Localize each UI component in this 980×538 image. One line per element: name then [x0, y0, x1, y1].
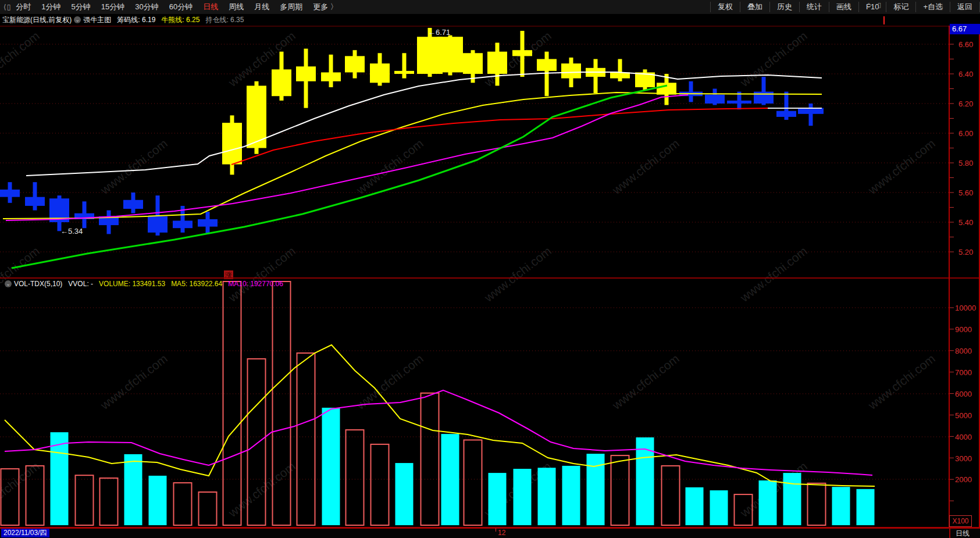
volume-bar[interactable] — [514, 469, 532, 525]
candle[interactable] — [727, 101, 751, 104]
volume-bar[interactable] — [371, 444, 389, 525]
window-controls-icon[interactable]: ⟨▯ — [0, 3, 16, 11]
volume-bar[interactable] — [223, 282, 241, 525]
volume-bar[interactable] — [297, 353, 315, 525]
red-ma — [231, 108, 768, 165]
tab-period-更多 〉[interactable]: 更多 〉 — [313, 2, 338, 12]
menu-item-标记[interactable]: 标记 — [886, 2, 915, 12]
volume-axis-label: 5000 — [955, 411, 972, 420]
tab-period-月线[interactable]: 月线 — [254, 2, 269, 12]
candle[interactable] — [0, 190, 20, 197]
volume-bar[interactable] — [76, 475, 94, 525]
volume-bar[interactable] — [686, 487, 704, 525]
candle[interactable] — [798, 108, 824, 114]
price-axis-label: 6.00 — [958, 129, 973, 138]
candle[interactable] — [173, 220, 193, 228]
volume-indicator-name[interactable]: VOL-TDX(5,10) — [14, 280, 62, 288]
tab-period-5分钟[interactable]: 5分钟 — [72, 2, 91, 12]
panel-layout-icons[interactable]: ◇ ▯ — [866, 1, 883, 9]
volume-bar[interactable] — [783, 473, 801, 525]
volume-bar[interactable] — [710, 490, 728, 525]
field-MA5: MA5: 163922.64 — [171, 280, 222, 288]
input-caret — [883, 16, 885, 24]
candle[interactable] — [487, 52, 507, 74]
tab-period-多周期[interactable]: 多周期 — [280, 2, 302, 12]
volume-bar[interactable] — [421, 393, 439, 525]
volume-bar[interactable] — [489, 473, 507, 525]
menu-item-复权[interactable]: 复权 — [710, 2, 740, 12]
volume-bar[interactable] — [273, 282, 291, 525]
volume-bar[interactable] — [857, 489, 875, 525]
tab-period-日线[interactable]: 日线 — [203, 2, 218, 12]
axis-separator — [949, 528, 950, 538]
volume-bar[interactable] — [538, 468, 556, 525]
candle[interactable] — [222, 123, 242, 164]
volume-bar[interactable] — [395, 463, 414, 525]
candle[interactable] — [776, 111, 796, 117]
volume-bar[interactable] — [759, 480, 777, 525]
price-axis-label: 5.20 — [958, 248, 973, 256]
volume-bar[interactable] — [808, 483, 826, 525]
candle[interactable] — [705, 95, 725, 104]
candle[interactable] — [148, 216, 168, 233]
volume-bar[interactable] — [149, 476, 167, 525]
date-axis-bar[interactable] — [0, 528, 980, 538]
candle[interactable] — [657, 83, 676, 94]
candle[interactable] — [537, 59, 557, 71]
candle[interactable] — [198, 219, 218, 227]
watermark: www.cfchi.com — [0, 244, 42, 305]
volume-bar[interactable] — [124, 454, 142, 525]
candle[interactable] — [345, 56, 365, 72]
candle[interactable] — [321, 72, 341, 81]
chevron-down-icon[interactable]: ⌄ — [74, 16, 81, 23]
watermark: www.cfchi.com — [226, 459, 298, 520]
candle[interactable] — [394, 71, 414, 74]
menu-item-统计[interactable]: 统计 — [799, 2, 829, 12]
watermark: www.cfchi.com — [865, 137, 938, 197]
volume-bar[interactable] — [441, 434, 459, 525]
price-axis-label: 5.60 — [958, 188, 973, 197]
volume-bar[interactable] — [346, 430, 364, 525]
chart-canvas[interactable]: www.cfchi.comwww.cfchi.comwww.cfchi.comw… — [0, 26, 980, 528]
volume-bar[interactable] — [832, 487, 850, 525]
candle[interactable] — [437, 37, 463, 72]
volume-bar[interactable] — [100, 478, 118, 525]
menu-item-叠加[interactable]: 叠加 — [740, 2, 769, 12]
candle[interactable] — [25, 197, 45, 206]
volume-bar[interactable] — [662, 466, 680, 525]
tab-period-1分钟[interactable]: 1分钟 — [41, 2, 60, 12]
tab-period-30分钟[interactable]: 30分钟 — [135, 2, 158, 12]
volume-bar[interactable] — [322, 408, 340, 525]
candle[interactable] — [370, 63, 390, 83]
volume-bar[interactable] — [562, 466, 580, 525]
volume-bar[interactable] — [464, 440, 482, 525]
period-label[interactable]: 日线 — [956, 529, 970, 538]
tab-period-15分钟[interactable]: 15分钟 — [101, 2, 124, 12]
candle[interactable] — [463, 53, 483, 74]
field-VOLUME: VOLUME: 133491.53 — [99, 280, 165, 288]
candle[interactable] — [123, 200, 143, 209]
candle[interactable] — [512, 50, 532, 56]
candle[interactable] — [296, 66, 316, 81]
menu-item-+自选[interactable]: +自选 — [915, 2, 950, 12]
menu-item-返回[interactable]: 返回 — [950, 2, 980, 12]
price-annotation: ←5.34 — [60, 227, 83, 236]
chevron-down-icon[interactable]: ⌄ — [5, 280, 12, 287]
volume-bar[interactable] — [611, 455, 629, 525]
volume-bar[interactable] — [199, 492, 217, 525]
month-tick — [496, 528, 496, 532]
main-indicator-name[interactable]: 强牛主图 — [83, 15, 111, 25]
menu-item-历史[interactable]: 历史 — [769, 2, 799, 12]
menu-item-画线[interactable]: 画线 — [829, 2, 858, 12]
tab-period-周线[interactable]: 周线 — [229, 2, 244, 12]
candle[interactable] — [272, 69, 291, 96]
volume-axis-label: 9000 — [955, 325, 972, 334]
candle[interactable] — [561, 63, 581, 78]
watermark: www.cfchi.com — [98, 137, 170, 197]
volume-axis-label: 6000 — [955, 390, 972, 398]
info-bar: 宝新能源(日线,前复权) ⌄ 强牛主图 筹码线: 6.19牛熊线: 6.25持仓… — [0, 14, 980, 26]
tab-period-分时[interactable]: 分时 — [16, 2, 31, 12]
volume-bar[interactable] — [174, 483, 192, 525]
tab-period-60分钟[interactable]: 60分钟 — [169, 2, 193, 12]
watermark: www.cfchi.com — [98, 352, 170, 412]
